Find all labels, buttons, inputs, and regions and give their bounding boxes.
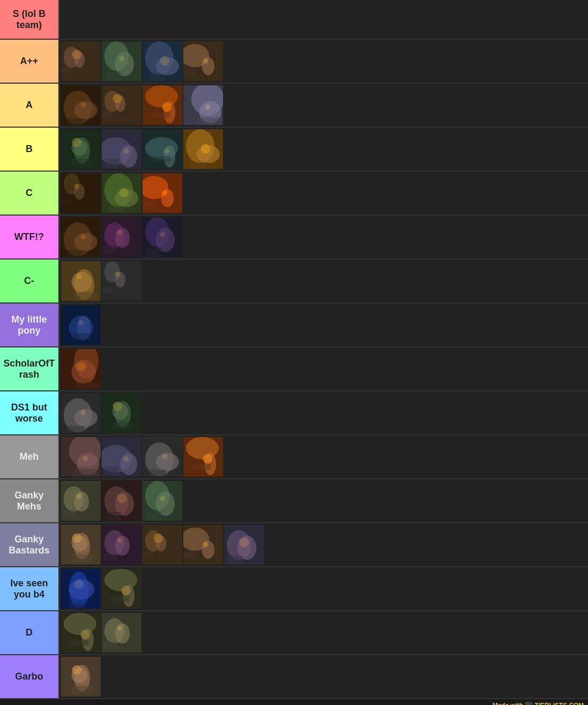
tier-item (102, 569, 141, 609)
tier-row-c: C (0, 172, 588, 216)
tier-item (61, 217, 101, 257)
tier-item (61, 657, 101, 697)
tier-content-gankyb (59, 523, 588, 566)
tier-item (183, 85, 223, 125)
svg-rect-114 (67, 426, 84, 433)
svg-point-43 (72, 138, 82, 147)
tier-row-app: A++ (0, 40, 588, 84)
svg-point-123 (83, 456, 88, 461)
svg-point-128 (123, 456, 129, 461)
svg-point-38 (205, 104, 210, 110)
tier-label-seen: Ive seen you b4 (0, 567, 59, 610)
svg-point-3 (72, 50, 82, 59)
tier-item (61, 41, 101, 81)
svg-rect-99 (102, 288, 112, 293)
svg-point-23 (81, 102, 86, 108)
tier-content-meh (59, 435, 588, 478)
svg-rect-124 (75, 469, 99, 477)
svg-rect-134 (149, 470, 166, 477)
tier-item (102, 437, 141, 477)
tier-item (61, 173, 101, 213)
svg-rect-29 (102, 112, 112, 117)
svg-rect-194 (69, 640, 88, 646)
tier-content-wtf (59, 216, 588, 258)
tier-content-d (59, 611, 588, 654)
tier-row-ds1: DS1 but worse (0, 391, 588, 435)
tier-row-seen: Ive seen you b4 (0, 567, 588, 611)
tier-item (102, 85, 141, 125)
svg-point-77 (74, 233, 97, 251)
svg-point-18 (203, 58, 208, 64)
tier-item (142, 41, 182, 81)
tier-item (61, 569, 101, 609)
tier-item (102, 481, 141, 521)
tier-item (183, 41, 223, 81)
tier-item (61, 525, 101, 565)
tier-item (102, 129, 141, 169)
tier-row-wtf: WTF!? (0, 216, 588, 260)
svg-point-92 (72, 272, 92, 292)
tier-label-s: S (lol B team) (0, 0, 59, 39)
svg-rect-69 (108, 206, 125, 213)
svg-point-163 (117, 538, 122, 543)
tier-item (61, 85, 101, 125)
tier-label-ganky: Ganky Mehs (0, 479, 59, 522)
tier-item (142, 437, 182, 477)
tier-row-b: B (0, 128, 588, 172)
tier-row-s: S (lol B team) (0, 0, 588, 40)
watermark-brand: ⬛ TIERLISTS.COM (525, 702, 584, 705)
svg-point-8 (119, 56, 124, 61)
svg-rect-174 (184, 552, 196, 559)
svg-point-168 (154, 533, 163, 543)
tier-item (102, 525, 141, 565)
svg-point-93 (76, 274, 82, 279)
tier-item (142, 173, 182, 213)
svg-point-108 (76, 362, 86, 371)
tier-content-seen (59, 567, 588, 610)
tier-label-garbo: Garbo (0, 655, 59, 698)
tier-item (142, 85, 182, 125)
svg-rect-199 (104, 641, 117, 649)
svg-point-68 (119, 188, 129, 198)
tier-item (61, 393, 101, 433)
tier-content-pony (59, 304, 588, 346)
tier-item (61, 481, 101, 521)
tier-row-ganky: Ganky Mehs (0, 479, 588, 523)
svg-rect-164 (104, 554, 117, 561)
tier-label-d: D (0, 611, 59, 654)
tier-label-meh: Meh (0, 435, 59, 478)
tier-item (61, 437, 101, 477)
svg-point-28 (113, 94, 122, 103)
tier-label-b: B (0, 128, 59, 171)
tier-item (183, 129, 223, 169)
tier-item (102, 393, 141, 433)
svg-rect-119 (112, 422, 133, 430)
svg-point-183 (74, 579, 84, 589)
tier-row-meh: Meh (0, 435, 588, 479)
svg-rect-9 (106, 72, 121, 81)
svg-rect-14 (149, 74, 166, 81)
svg-point-118 (113, 401, 122, 411)
tier-item (102, 173, 141, 213)
tier-content-scholar (59, 347, 588, 390)
svg-point-58 (201, 144, 210, 154)
svg-rect-79 (67, 250, 84, 257)
tier-label-cminus: C- (0, 260, 59, 302)
tier-item (224, 525, 264, 565)
tier-row-pony: My little pony (0, 304, 588, 347)
svg-point-132 (156, 453, 179, 471)
svg-point-22 (74, 101, 97, 119)
tier-label-a: A (0, 84, 59, 127)
svg-point-138 (203, 454, 212, 463)
watermark-text: Made with (493, 702, 525, 705)
svg-point-198 (117, 626, 122, 631)
tier-item (183, 437, 223, 477)
svg-point-33 (162, 102, 172, 112)
svg-point-188 (121, 586, 131, 595)
svg-point-158 (72, 533, 82, 543)
svg-rect-104 (70, 333, 91, 340)
svg-rect-109 (76, 382, 101, 389)
tier-label-scholar: ScholarOfTrash (0, 347, 59, 390)
svg-rect-94 (74, 292, 97, 301)
svg-point-103 (78, 320, 84, 325)
